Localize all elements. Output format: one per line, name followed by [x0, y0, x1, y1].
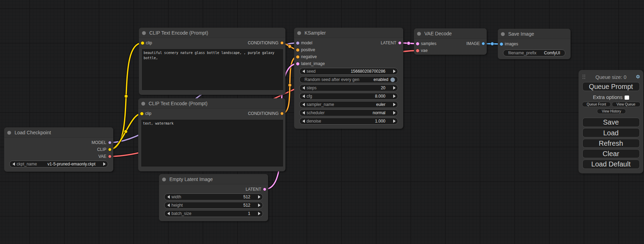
output-port-LATENT[interactable] — [398, 41, 402, 45]
node-save-image[interactable]: Save Imageimagesfilename_prefixComfyUI — [498, 29, 571, 59]
widget-scheduler[interactable]: schedulernormal — [299, 109, 398, 116]
input-port-latent_image[interactable] — [296, 62, 300, 66]
input-port-positive[interactable] — [296, 48, 300, 52]
node-title-text: Load Checkpoint — [15, 127, 51, 138]
widget-decrement-arrow-icon[interactable] — [302, 70, 305, 73]
queue-front-button[interactable]: Queue Front — [582, 102, 611, 107]
node-empty-latent-image[interactable]: Empty Latent ImageLATENTwidth512height51… — [159, 174, 268, 221]
input-port-clip[interactable] — [140, 112, 144, 116]
gear-icon[interactable] — [636, 74, 640, 79]
node-title-text: Empty Latent Image — [169, 174, 213, 184]
output-slot-label: VAE — [98, 153, 106, 160]
widget-label: denoise — [307, 118, 321, 124]
widget-width[interactable]: width512 — [164, 193, 263, 200]
input-slot-label: images — [505, 40, 518, 47]
widget-batch_size[interactable]: batch_size1 — [164, 210, 263, 217]
node-collapse-dot[interactable] — [141, 102, 145, 106]
widget-decrement-arrow-icon[interactable] — [167, 204, 170, 207]
widget-cfg[interactable]: cfg8.000 — [299, 93, 398, 100]
output-port-CLIP[interactable] — [108, 148, 112, 151]
node-title-text: CLIP Text Encode (Prompt) — [149, 98, 208, 109]
widget-increment-arrow-icon[interactable] — [393, 86, 396, 90]
widget-random-seed-after-every-gen[interactable]: Random seed after every genenabled — [299, 76, 398, 83]
node-title-bar[interactable]: Save Image — [498, 29, 571, 39]
input-slot-label: negative — [301, 53, 317, 60]
widget-decrement-arrow-icon[interactable] — [302, 103, 305, 106]
widget-ckpt_name[interactable]: ckpt_namev1-5-pruned-emaonly.ckpt — [9, 161, 108, 168]
widget-label: cfg — [307, 93, 312, 99]
widget-seed[interactable]: seed156680208700286 — [299, 68, 398, 75]
load-default-button[interactable]: Load Default — [582, 160, 640, 169]
widget-increment-arrow-icon[interactable] — [393, 70, 396, 73]
clear-button[interactable]: Clear — [582, 149, 640, 159]
output-port-CONDITIONING[interactable] — [280, 41, 284, 45]
output-port-LATENT[interactable] — [263, 188, 266, 191]
widget-decrement-arrow-icon[interactable] — [167, 212, 170, 215]
widget-decrement-arrow-icon[interactable] — [302, 111, 305, 115]
input-port-vae[interactable] — [416, 49, 420, 53]
widget-increment-arrow-icon[interactable] — [393, 119, 396, 123]
node-load-checkpoint[interactable]: Load CheckpointMODELCLIPVAEckpt_namev1-5… — [4, 127, 113, 172]
output-port-IMAGE[interactable] — [482, 42, 485, 45]
widget-filename_prefix[interactable]: filename_prefixComfyUI — [503, 49, 565, 56]
widget-increment-arrow-icon[interactable] — [103, 162, 106, 166]
node-title-bar[interactable]: CLIP Text Encode (Prompt) — [138, 98, 285, 109]
widget-decrement-arrow-icon[interactable] — [12, 162, 15, 166]
input-port-negative[interactable] — [296, 55, 300, 59]
widget-increment-arrow-icon[interactable] — [393, 103, 396, 106]
node-collapse-dot[interactable] — [162, 178, 166, 181]
input-port-images[interactable] — [500, 42, 503, 46]
output-port-VAE[interactable] — [108, 155, 112, 158]
widget-increment-arrow-icon[interactable] — [258, 212, 261, 215]
widget-label: seed — [307, 68, 316, 74]
widget-increment-arrow-icon[interactable] — [393, 94, 396, 98]
toggle-on-indicator[interactable] — [390, 78, 395, 82]
input-port-model[interactable] — [296, 41, 300, 45]
widget-steps[interactable]: steps20 — [299, 84, 398, 91]
input-port-samples[interactable] — [416, 42, 420, 46]
node-title-bar[interactable]: Load Checkpoint — [4, 127, 113, 138]
view-history-button[interactable]: View History — [597, 109, 626, 114]
view-queue-button[interactable]: View Queue — [612, 102, 641, 107]
node-collapse-dot[interactable] — [7, 131, 11, 135]
widget-value: normal — [373, 110, 386, 116]
widget-decrement-arrow-icon[interactable] — [302, 119, 305, 123]
widget-decrement-arrow-icon[interactable] — [302, 86, 305, 90]
input-slot-label: positive — [301, 46, 315, 53]
input-slot-label: clip — [146, 39, 152, 46]
node-title-bar[interactable]: VAE Decode — [414, 28, 487, 39]
node-collapse-dot[interactable] — [417, 32, 421, 36]
widget-decrement-arrow-icon[interactable] — [302, 94, 305, 98]
node-collapse-dot[interactable] — [501, 32, 505, 36]
node-ksampler[interactable]: KSamplermodelpositivenegativelatent_imag… — [294, 28, 403, 129]
load-button[interactable]: Load — [582, 128, 640, 137]
output-slot-label: CONDITIONING — [248, 39, 279, 46]
widget-increment-arrow-icon[interactable] — [393, 111, 396, 115]
widget-denoise[interactable]: denoise1.000 — [299, 118, 398, 125]
widget-increment-arrow-icon[interactable] — [258, 195, 261, 199]
widget-sampler_name[interactable]: sampler_nameeuler — [299, 101, 398, 108]
queue-prompt-button[interactable]: Queue Prompt — [582, 82, 640, 91]
prompt-textarea[interactable]: text, watermark — [141, 120, 283, 166]
node-vae-decode[interactable]: VAE DecodesamplesvaeIMAGE — [414, 28, 487, 55]
refresh-button[interactable]: Refresh — [582, 139, 640, 148]
node-title-bar[interactable]: CLIP Text Encode (Prompt) — [139, 28, 285, 38]
widget-increment-arrow-icon[interactable] — [258, 204, 261, 207]
widget-decrement-arrow-icon[interactable] — [167, 195, 170, 199]
node-clip-text-encode-negative[interactable]: CLIP Text Encode (Prompt)clipCONDITIONIN… — [138, 98, 285, 171]
prompt-textarea[interactable]: beautiful scenery nature glass bottle la… — [142, 49, 283, 90]
node-clip-text-encode-positive[interactable]: CLIP Text Encode (Prompt)clipCONDITIONIN… — [139, 28, 285, 95]
save-button[interactable]: Save — [582, 118, 640, 127]
output-port-CONDITIONING[interactable] — [280, 112, 284, 115]
node-collapse-dot[interactable] — [142, 31, 146, 35]
node-title-bar[interactable]: KSampler — [294, 28, 403, 38]
node-title-text: VAE Decode — [424, 28, 452, 39]
extra-options-checkbox[interactable] — [625, 96, 629, 100]
node-collapse-dot[interactable] — [297, 31, 301, 35]
widget-value: 1.000 — [375, 118, 385, 124]
node-layer: Load CheckpointMODELCLIPVAEckpt_namev1-5… — [0, 0, 644, 244]
node-title-bar[interactable]: Empty Latent Image — [159, 174, 268, 184]
widget-height[interactable]: height512 — [164, 202, 263, 209]
input-port-clip[interactable] — [141, 41, 144, 45]
output-port-MODEL[interactable] — [108, 141, 112, 144]
